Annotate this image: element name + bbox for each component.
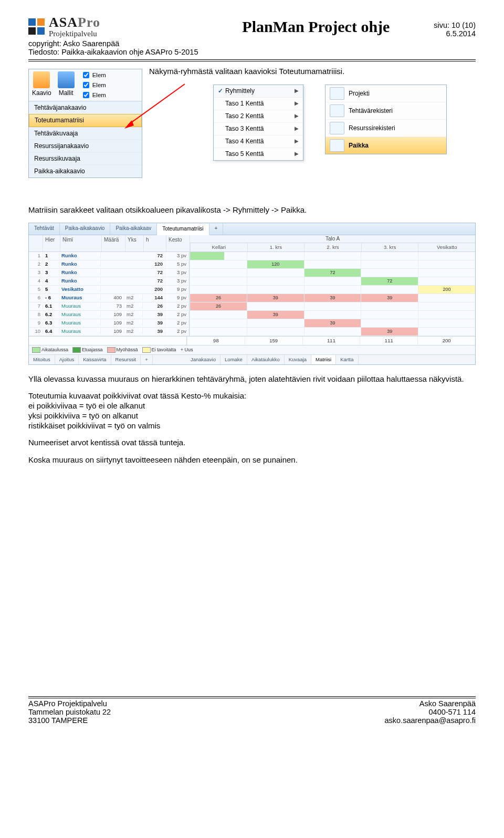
resources-icon: [330, 122, 344, 134]
bottom-left-tab-0[interactable]: Mitoitus: [29, 355, 55, 364]
kaavio-button[interactable]: Kaavio: [29, 69, 55, 99]
view-item-3[interactable]: Resurssijanakaavio: [29, 140, 142, 152]
table-row-cells: 26: [190, 302, 475, 311]
view-item-4[interactable]: Resurssikuvaaja: [29, 152, 142, 165]
table-row[interactable]: 33Runko723 pv: [29, 269, 189, 277]
grouping-popup: ✓Ryhmittely▶Taso 1 Kenttä▶Taso 2 Kenttä▶…: [213, 85, 303, 161]
bottom-left-tab-1[interactable]: Ajoitus: [55, 355, 79, 364]
registry-item-1[interactable]: Tehtävärekisteri: [326, 102, 446, 119]
popup-item-4[interactable]: Taso 4 Kenttä▶: [214, 135, 303, 148]
registry-item-0[interactable]: Projekti: [326, 85, 446, 102]
footer-divider: [28, 696, 476, 698]
group-header: Talo A: [190, 235, 475, 243]
left-headers: Hier Nimi Määrä Yks h Kesto: [29, 235, 190, 252]
table-row-cells: 39: [190, 311, 475, 319]
file-path: Tiedosto: Paikka-aikakaavion ohje ASAPro…: [28, 48, 198, 56]
table-row[interactable]: 22Runko1205 pv: [29, 260, 189, 269]
para-2d: ristikkäiset poikkiviivat = työ on valmi…: [28, 421, 476, 431]
table-row[interactable]: 96.3Muuraus109m2392 pv: [29, 319, 189, 328]
footer-email: asko.saarenpaa@asapro.fi: [384, 716, 476, 725]
legend-item: Etuajassa: [72, 347, 103, 353]
logo-sub: Pro: [78, 15, 100, 30]
top-tab-3[interactable]: Toteutumamatriisi: [157, 224, 209, 236]
footer-author: Asko Saarenpää: [384, 699, 476, 708]
view-item-1[interactable]: Toteutumamatriisi: [29, 114, 142, 127]
para-1: Yllä olevassa kuvassa muuraus on hierark…: [28, 374, 476, 384]
table-row-cells: 120: [190, 260, 475, 269]
para-2b: ei poikkiviivaa = työ ei ole alkanut: [28, 401, 476, 411]
bottom-left-tab-4[interactable]: +: [141, 355, 153, 364]
view-item-5[interactable]: Paikka-aikakaavio: [29, 165, 142, 177]
ribbon-checkboxes: Elem Elem Elem: [78, 69, 109, 101]
page-number: sivu: 10 (10): [434, 21, 476, 29]
project-icon: [330, 87, 344, 100]
footer-company: ASAPro Projektipalvelu: [28, 699, 111, 708]
mallit-button[interactable]: Mallit: [55, 69, 78, 99]
table-row-cells: 26393939: [190, 294, 475, 302]
registry-list: ProjektiTehtävärekisteriResurssirekister…: [325, 85, 447, 154]
table-row[interactable]: 86.2Muuraus109m2392 pv: [29, 311, 189, 319]
bottom-left-tab-3[interactable]: Resurssit: [111, 355, 141, 364]
footer-phone: 0400-571 114: [384, 708, 476, 716]
top-tab-0[interactable]: Tehtävät: [29, 223, 60, 235]
para-2c: yksi poikkiviiva = työ on alkanut: [28, 411, 476, 421]
ribbon-panel: Kaavio Mallit Elem Elem Elem Tehtäväjana…: [28, 69, 142, 178]
col-header: Kellari: [190, 243, 247, 252]
para-columns: Matriisin sarakkeet valitaan otsikkoalue…: [28, 205, 476, 215]
legend: AikataulussaEtuajassaMyöhässäEi tavoitat…: [29, 345, 475, 354]
table-row[interactable]: 6- 6Muuraus400m21449 pv: [29, 294, 189, 302]
top-tab-4[interactable]: +: [209, 223, 224, 235]
table-row-cells: 72: [190, 277, 475, 286]
ribbon-check-1[interactable]: Elem: [81, 70, 106, 80]
registry-item-2[interactable]: Resurssirekisteri: [326, 119, 446, 137]
legend-extra[interactable]: + Uus: [181, 347, 193, 353]
table-row[interactable]: 106.4Muuraus109m2392 pv: [29, 328, 189, 336]
copyright: copyright: Asko Saarenpää: [28, 39, 198, 48]
logo: ASAPro Projektipalvelu: [28, 15, 198, 38]
footer-address: Tammelan puistokatu 22: [28, 708, 111, 716]
figure-ribbon-menus: Kaavio Mallit Elem Elem Elem Tehtäväjana…: [28, 69, 476, 205]
legend-item: Myöhässä: [107, 347, 138, 353]
bottom-right-tab-1[interactable]: Lomake: [220, 355, 247, 364]
table-row-cells: 39: [190, 319, 475, 328]
registry-item-3[interactable]: Paikka: [326, 137, 446, 154]
bottom-right-tab-2[interactable]: Aikataulukko: [247, 355, 285, 364]
bottom-right-tab-0[interactable]: Janakaavio: [186, 355, 220, 364]
templates-icon: [58, 71, 75, 88]
ribbon-check-3[interactable]: Elem: [81, 90, 106, 100]
table-row-cells: 200: [190, 286, 475, 294]
popup-item-2[interactable]: Taso 2 Kenttä▶: [214, 110, 303, 122]
col-header: 1. krs: [247, 243, 304, 252]
logo-tagline: Projektipalvelu: [49, 29, 100, 38]
col-header: 2. krs: [304, 243, 361, 252]
bottom-left-tab-2[interactable]: Kassavirta: [79, 355, 111, 364]
popup-item-5[interactable]: Taso 5 Kenttä▶: [214, 148, 303, 160]
view-item-2[interactable]: Tehtäväkuvaaja: [29, 127, 142, 140]
legend-item: Aikataulussa: [32, 347, 68, 353]
divider: [28, 59, 476, 61]
bottom-right-tab-3[interactable]: Kuvaaja: [285, 355, 311, 364]
figure-matrix: TehtävätPaika-aikakaavioPaika-aikakaavTo…: [28, 223, 476, 365]
page-date: 6.5.2014: [434, 29, 476, 38]
logo-main: ASA: [49, 15, 78, 30]
bottom-right-tab-4[interactable]: Matriisi: [311, 355, 336, 364]
chart-icon: [33, 71, 50, 88]
popup-item-1[interactable]: Taso 1 Kenttä▶: [214, 97, 303, 110]
top-tab-2[interactable]: Paika-aikakaav: [110, 223, 157, 235]
popup-item-0[interactable]: ✓Ryhmittely▶: [214, 85, 303, 97]
table-row[interactable]: 44Runko723 pv: [29, 277, 189, 286]
page-title: PlanMan Project ohje: [242, 18, 390, 36]
popup-item-3[interactable]: Taso 3 Kenttä▶: [214, 122, 303, 135]
ribbon-check-2[interactable]: Elem: [81, 80, 106, 90]
table-row[interactable]: 76.1Muuraus73m2262 pv: [29, 302, 189, 311]
bottom-right-tab-5[interactable]: Kartta: [336, 355, 358, 364]
view-item-0[interactable]: Tehtäväjanakaavio: [29, 101, 142, 114]
table-row-cells: 39: [190, 328, 475, 336]
footer-city: 33100 TAMPERE: [28, 716, 111, 725]
para-4: Koska muuraus on siirtynyt tavoitteeseen…: [28, 455, 476, 465]
intro-text: Näkymä-ryhmästä valitaan kaavioksi Toteu…: [149, 67, 344, 77]
top-tab-1[interactable]: Paika-aikakaavio: [60, 223, 111, 235]
table-row[interactable]: 55Vesikatto2009 pv: [29, 286, 189, 294]
logo-icon: [28, 18, 45, 35]
table-row[interactable]: 11Runko723 pv: [29, 252, 189, 260]
